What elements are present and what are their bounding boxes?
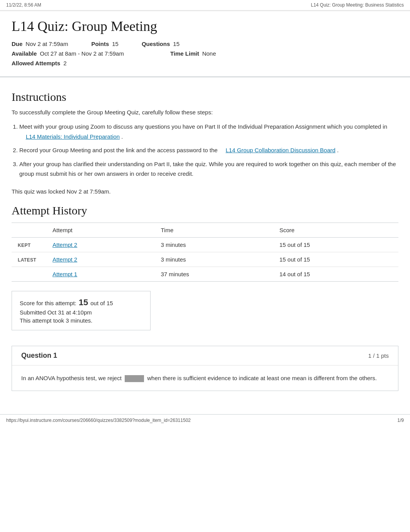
- score-line: Score for this attempt: 15 out of 15: [20, 297, 142, 308]
- col-header-attempt: Attempt: [46, 223, 154, 237]
- questions-meta: Questions 15: [142, 41, 180, 47]
- available-meta: Available Oct 27 at 8am - Nov 2 at 7:59a…: [12, 50, 124, 57]
- table-row: KEPT Attempt 2 3 minutes 15 out of 15: [12, 237, 398, 252]
- instructions-heading: Instructions: [12, 90, 398, 104]
- row-kept-score: 15 out of 15: [273, 237, 398, 252]
- locked-notice: This quiz was locked Nov 2 at 7:59am.: [12, 188, 398, 195]
- col-header-time: Time: [154, 223, 273, 237]
- attempt-history-table: Attempt Time Score KEPT Attempt 2 3 minu…: [12, 223, 398, 282]
- quiz-header: L14 Quiz: Group Meeting Due Nov 2 at 7:5…: [0, 10, 410, 76]
- score-label: Score for this attempt:: [20, 300, 76, 306]
- step2-text-before: Record your Group Meeting and post the l…: [19, 147, 218, 153]
- step1-text-after: .: [121, 133, 123, 140]
- footer-page-indicator: 1/9: [397, 418, 404, 423]
- allowed-attempts-value: 2: [63, 60, 66, 66]
- answer-blank: [125, 375, 144, 382]
- question-1-header: Question 1 1 / 1 pts: [12, 346, 398, 365]
- available-label: Available: [12, 50, 37, 57]
- questions-label: Questions: [142, 41, 170, 47]
- score-out-of: out of 15: [90, 300, 113, 306]
- row-kept-attempt: Attempt 2: [46, 237, 154, 252]
- allowed-attempts-label: Allowed Attempts: [12, 60, 60, 66]
- col-header-score: Score: [273, 223, 398, 237]
- question-1-text-after: when there is sufficient evidence to ind…: [147, 375, 377, 381]
- footer-url: https://byui.instructure.com/courses/206…: [6, 418, 191, 423]
- table-row: LATEST Attempt 2 3 minutes 15 out of 15: [12, 252, 398, 267]
- allowed-attempts-meta: Allowed Attempts 2: [12, 60, 66, 66]
- individual-preparation-link[interactable]: L14 Materials: Individual Preparation: [26, 133, 120, 140]
- tab-title: L14 Quiz: Group Meeting: Business Statis…: [311, 2, 404, 8]
- row-latest-label: LATEST: [12, 252, 46, 267]
- score-summary: Score for this attempt: 15 out of 15 Sub…: [12, 291, 151, 330]
- row-latest-attempt: Attempt 2: [46, 252, 154, 267]
- question-1-label: Question 1: [21, 352, 57, 360]
- attempt-history-heading: Attempt History: [12, 204, 398, 217]
- time-limit-meta: Time Limit None: [170, 50, 216, 57]
- points-label: Points: [91, 41, 109, 47]
- due-label: Due: [12, 41, 22, 47]
- question-1-text-before: In an ANOVA hypothesis test, we reject: [21, 375, 122, 381]
- question-1-block: Question 1 1 / 1 pts In an ANOVA hypothe…: [12, 346, 398, 391]
- duration-line: This attempt took 3 minutes.: [20, 317, 142, 324]
- due-value: Nov 2 at 7:59am: [25, 41, 68, 47]
- row-3-score: 14 out of 15: [273, 267, 398, 281]
- row-3-label: [12, 267, 46, 281]
- instruction-step-3: After your group has clarified their und…: [19, 159, 398, 179]
- questions-value: 15: [173, 41, 180, 47]
- question-1-pts: 1 / 1 pts: [368, 352, 389, 359]
- quiz-meta: Due Nov 2 at 7:59am Points 15 Questions …: [12, 41, 398, 66]
- due-meta: Due Nov 2 at 7:59am: [12, 41, 68, 47]
- timestamp: 11/2/22, 8:56 AM: [6, 2, 41, 8]
- browser-bar: 11/2/22, 8:56 AM L14 Quiz: Group Meeting…: [0, 0, 410, 10]
- instruction-step-2: Record your Group Meeting and post the l…: [19, 145, 398, 155]
- col-header-label: [12, 223, 46, 237]
- step1-text-before: Meet with your group using Zoom to discu…: [19, 123, 387, 130]
- step3-text: After your group has clarified their und…: [19, 161, 396, 177]
- points-value: 15: [112, 41, 119, 47]
- available-value: Oct 27 at 8am - Nov 2 at 7:59am: [40, 50, 124, 57]
- row-kept-time: 3 minutes: [154, 237, 273, 252]
- points-meta: Points 15: [91, 41, 119, 47]
- footer-bar: https://byui.instructure.com/courses/206…: [0, 414, 410, 426]
- row-latest-time: 3 minutes: [154, 252, 273, 267]
- submitted-line: Submitted Oct 31 at 4:10pm: [20, 309, 142, 316]
- instruction-step-1: Meet with your group using Zoom to discu…: [19, 122, 398, 141]
- attempt2-kept-link[interactable]: Attempt 2: [53, 241, 77, 248]
- attempt2-latest-link[interactable]: Attempt 2: [53, 256, 77, 263]
- row-kept-label: KEPT: [12, 237, 46, 252]
- row-3-attempt: Attempt 1: [46, 267, 154, 281]
- quiz-title: L14 Quiz: Group Meeting: [12, 18, 398, 34]
- question-1-body: In an ANOVA hypothesis test, we reject w…: [12, 365, 398, 391]
- score-value: 15: [79, 297, 88, 308]
- table-row: Attempt 1 37 minutes 14 out of 15: [12, 267, 398, 281]
- instructions-intro: To successfully complete the Group Meeti…: [12, 109, 398, 116]
- time-limit-label: Time Limit: [170, 50, 199, 57]
- row-3-time: 37 minutes: [154, 267, 273, 281]
- row-latest-score: 15 out of 15: [273, 252, 398, 267]
- step2-text-after: .: [337, 147, 339, 153]
- instructions-list: Meet with your group using Zoom to discu…: [19, 122, 398, 179]
- main-content: Instructions To successfully complete th…: [0, 77, 410, 403]
- attempt-history-section: Attempt History Attempt Time Score KEPT …: [12, 204, 398, 282]
- attempt1-link[interactable]: Attempt 1: [53, 271, 77, 277]
- discussion-board-link[interactable]: L14 Group Collaboration Discussion Board: [225, 147, 335, 153]
- time-limit-value: None: [202, 50, 216, 57]
